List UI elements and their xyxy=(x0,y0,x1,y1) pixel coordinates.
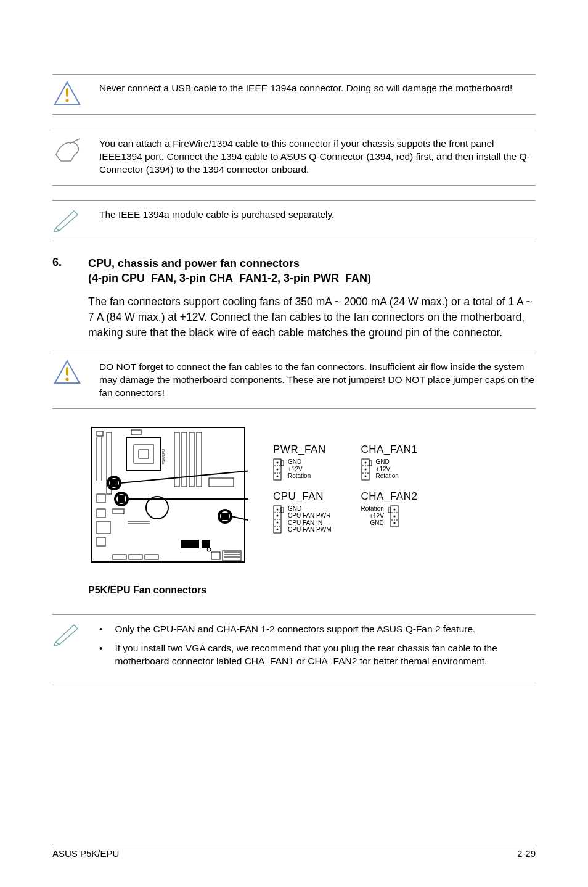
svg-point-71 xyxy=(277,528,279,530)
callout-note-bottom: Only the CPU-FAN and CHA-FAN 1-2 connect… xyxy=(52,614,536,683)
pin-labels: GND +12V Rotation xyxy=(288,458,311,480)
callout-text: You can attach a FireWire/1394 cable to … xyxy=(99,136,536,176)
connector-3pin-icon xyxy=(361,458,372,481)
svg-rect-24 xyxy=(97,494,105,503)
svg-rect-11 xyxy=(139,450,149,458)
svg-rect-7 xyxy=(97,431,103,436)
diagram-caption: P5K/EPU Fan connectors xyxy=(88,585,536,596)
svg-rect-9 xyxy=(126,437,161,471)
svg-rect-27 xyxy=(97,521,110,534)
pin-labels: GND +12V Rotation xyxy=(376,458,399,480)
connector-3pin-icon xyxy=(388,505,399,527)
svg-point-61 xyxy=(364,468,366,470)
pencil-icon xyxy=(52,207,82,232)
connector-3pin-icon xyxy=(273,458,284,481)
svg-rect-6 xyxy=(92,427,245,562)
section-number: 6. xyxy=(52,256,67,286)
svg-rect-33 xyxy=(202,540,210,548)
connector-4pin-icon xyxy=(273,505,284,534)
page-footer: ASUS P5K/EPU 2-29 xyxy=(52,844,536,859)
pin-labels: GND CPU FAN PWR CPU FAN IN CPU FAN PWM xyxy=(288,505,332,534)
warning-icon xyxy=(52,81,82,105)
callout-text: The IEEE 1394a module cable is purchased… xyxy=(99,207,536,221)
callout-warning-fan: DO NOT forget to connect the fan cables … xyxy=(52,353,536,409)
svg-point-60 xyxy=(364,461,366,463)
svg-point-77 xyxy=(393,515,395,517)
svg-rect-4 xyxy=(66,367,68,376)
fan-title: CHA_FAN1 xyxy=(361,444,418,456)
note-bullet-list: Only the CPU-FAN and CHA-FAN 1-2 connect… xyxy=(99,622,536,668)
section-title-line2: (4-pin CPU_FAN, 3-pin CHA_FAN1-2, 3-pin … xyxy=(88,271,371,286)
svg-point-70 xyxy=(277,521,279,523)
section-body: The fan connectors support cooling fans … xyxy=(88,294,536,340)
callout-note-cable: The IEEE 1394a module cable is purchased… xyxy=(52,200,536,241)
svg-rect-23 xyxy=(221,513,229,520)
callout-text: Never connect a USB cable to the IEEE 13… xyxy=(99,81,536,95)
fan-diagram: P5K/EPU xyxy=(88,424,536,571)
svg-point-2 xyxy=(66,99,69,102)
svg-point-76 xyxy=(393,508,395,510)
motherboard-outline-icon: P5K/EPU xyxy=(88,424,248,571)
svg-rect-36 xyxy=(129,555,142,559)
pwr-fan-block: PWR_FAN GND +12V Rotation xyxy=(273,444,332,481)
svg-rect-57 xyxy=(369,461,372,466)
svg-rect-1 xyxy=(66,88,68,97)
svg-rect-16 xyxy=(131,430,141,435)
section-title-line1: CPU, chassis and power fan connectors xyxy=(88,256,371,271)
svg-rect-64 xyxy=(281,508,284,513)
svg-point-31 xyxy=(146,497,168,519)
svg-rect-14 xyxy=(189,432,194,487)
fan-title: CPU_FAN xyxy=(273,490,332,503)
svg-rect-12 xyxy=(174,432,179,487)
svg-rect-32 xyxy=(181,540,199,548)
footer-right: 2-29 xyxy=(517,848,536,859)
svg-line-47 xyxy=(231,516,248,524)
svg-rect-50 xyxy=(281,461,284,466)
svg-point-62 xyxy=(364,475,366,477)
footer-left: ASUS P5K/EPU xyxy=(52,848,119,859)
svg-point-68 xyxy=(277,508,279,510)
svg-rect-28 xyxy=(97,537,105,546)
callout-text: DO NOT forget to connect the fan cables … xyxy=(99,360,536,400)
svg-rect-73 xyxy=(388,508,391,513)
svg-point-53 xyxy=(277,461,279,463)
pencil-icon xyxy=(52,621,82,646)
board-label-text: P5K/EPU xyxy=(161,448,165,464)
fan-title: CHA_FAN2 xyxy=(361,490,418,503)
svg-point-78 xyxy=(393,522,395,524)
svg-line-43 xyxy=(120,469,248,483)
svg-point-69 xyxy=(277,514,279,516)
cpu-fan-block: CPU_FAN GND CPU FAN PWR CPU FAN IN CPU F… xyxy=(273,490,332,534)
warning-icon xyxy=(52,360,82,384)
svg-rect-38 xyxy=(211,552,220,559)
callout-warning-usb: Never connect a USB cable to the IEEE 13… xyxy=(52,74,536,115)
svg-rect-35 xyxy=(113,555,126,559)
callout-tip-firewire: You can attach a FireWire/1394 cable to … xyxy=(52,130,536,186)
svg-rect-25 xyxy=(97,509,105,518)
svg-rect-17 xyxy=(209,478,234,487)
pin-labels: Rotation +12V GND xyxy=(361,505,384,527)
svg-rect-37 xyxy=(145,555,158,559)
svg-rect-26 xyxy=(113,509,124,514)
cha-fan1-block: CHA_FAN1 GND +12V Rotation xyxy=(361,444,418,481)
svg-point-5 xyxy=(66,377,69,381)
svg-rect-13 xyxy=(182,432,187,487)
note-bullet: Only the CPU-FAN and CHA-FAN 1-2 connect… xyxy=(115,622,475,635)
note-bullet: If you install two VGA cards, we recomme… xyxy=(115,642,536,668)
section-heading: 6. CPU, chassis and power fan connectors… xyxy=(52,256,536,286)
svg-rect-15 xyxy=(197,432,202,487)
hand-icon xyxy=(52,136,82,163)
svg-point-54 xyxy=(277,468,279,470)
cha-fan2-block: CHA_FAN2 Rotation +12V GND xyxy=(361,490,418,534)
fan-title: PWR_FAN xyxy=(273,444,332,456)
svg-rect-19 xyxy=(110,479,118,487)
svg-rect-10 xyxy=(134,445,153,463)
fan-header-grid: PWR_FAN GND +12V Rotation CHA_FAN1 xyxy=(273,424,417,534)
svg-rect-21 xyxy=(118,495,125,503)
svg-point-55 xyxy=(277,475,279,477)
